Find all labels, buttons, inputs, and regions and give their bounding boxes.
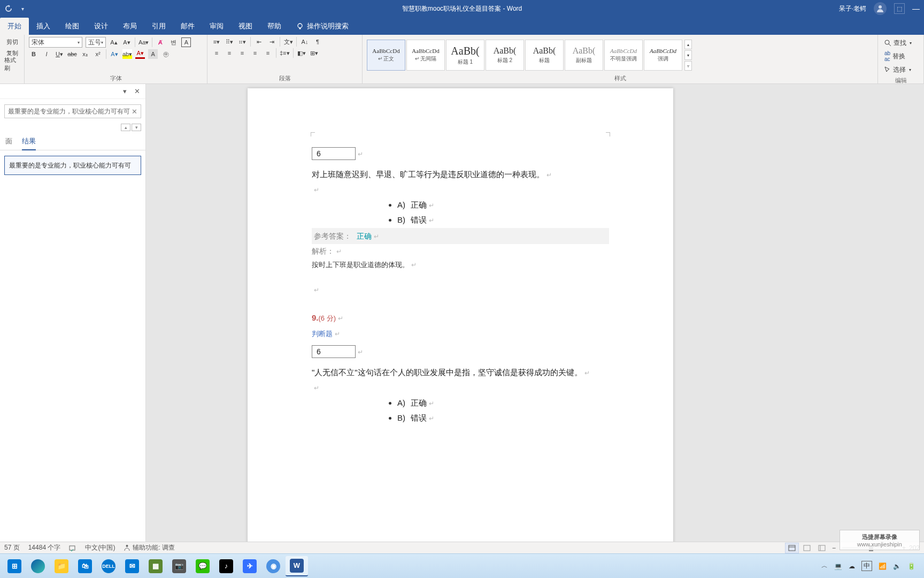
multilevel-button[interactable]: ⠶▾ — [237, 37, 247, 47]
navpane-options-icon[interactable]: ▾ — [123, 87, 127, 95]
read-mode-view[interactable] — [800, 543, 814, 553]
tab-review[interactable]: 审阅 — [202, 18, 231, 35]
search-result-item[interactable]: 最重要的是专业能力，职业核心能力可有可 — [4, 156, 141, 175]
tray-battery-icon[interactable]: 🔋 — [907, 562, 915, 570]
tray-volume-icon[interactable]: 🔈 — [893, 562, 901, 570]
style-emphasis[interactable]: AaBbCcDd强调 — [644, 40, 682, 71]
taskbar-edge[interactable] — [27, 556, 49, 576]
italic-button[interactable]: I — [42, 49, 51, 59]
align-center-button[interactable]: ≡ — [225, 48, 234, 58]
print-layout-view[interactable] — [785, 543, 799, 553]
tray-ime-indicator[interactable]: 中 — [861, 561, 872, 571]
scroll-up-icon[interactable]: ▴ — [684, 40, 692, 49]
increase-font-button[interactable]: A▴ — [109, 37, 119, 47]
asian-layout-button[interactable]: 文▾ — [283, 37, 293, 47]
subscript-button[interactable]: x₂ — [80, 49, 90, 59]
strikethrough-button[interactable]: abc — [67, 49, 77, 59]
tray-wifi-icon[interactable]: 📶 — [879, 562, 887, 570]
format-painter-button[interactable]: 格式刷 — [4, 59, 20, 69]
shading-button[interactable]: ◧▾ — [297, 48, 306, 58]
tab-insert[interactable]: 插入 — [29, 18, 58, 35]
web-layout-view[interactable] — [815, 543, 829, 553]
ribbon-display-options[interactable]: ⬚ — [894, 3, 905, 14]
style-subtitle[interactable]: AaBb(副标题 — [565, 40, 603, 71]
underline-button[interactable]: U▾ — [55, 49, 64, 59]
superscript-button[interactable]: x² — [93, 49, 103, 59]
font-color-button[interactable]: A▾ — [135, 49, 145, 59]
highlight-button[interactable]: ab▾ — [122, 49, 132, 59]
justify-button[interactable]: ≡ — [250, 48, 260, 58]
style-title[interactable]: AaBb(标题 — [525, 40, 564, 71]
tray-meeting-icon[interactable]: 💻 — [834, 562, 842, 570]
taskbar-tiktok[interactable]: ♪ — [215, 556, 237, 576]
distributed-button[interactable]: ≡ — [263, 48, 273, 58]
scroll-down-icon[interactable]: ▾ — [684, 50, 692, 60]
navtab-headings[interactable]: 面 — [5, 134, 12, 150]
style-normal[interactable]: AaBbCcDd↵ 正文 — [367, 40, 405, 71]
accessibility-status[interactable]: 辅助功能: 调查 — [124, 543, 175, 552]
replace-button[interactable]: abac替换 — [882, 50, 919, 62]
align-left-button[interactable]: ≡ — [212, 48, 221, 58]
zoom-out-button[interactable]: − — [832, 544, 836, 552]
bold-button[interactable]: B — [29, 49, 38, 59]
clear-formatting-button[interactable]: A̸ — [156, 37, 165, 47]
qat-dropdown-icon[interactable]: ▾ — [18, 4, 27, 13]
taskbar-dell[interactable]: DELL — [97, 556, 120, 576]
tab-design[interactable]: 设计 — [87, 18, 116, 35]
font-name-combobox[interactable]: 宋体▾ — [29, 37, 82, 48]
numbering-button[interactable]: ⠿▾ — [225, 37, 234, 47]
font-size-combobox[interactable]: 五号▾ — [86, 37, 106, 48]
taskbar-wechat[interactable]: 💬 — [191, 556, 214, 576]
clear-search-button[interactable]: ✕ — [132, 108, 137, 116]
tab-view[interactable]: 视图 — [231, 18, 260, 35]
style-heading1[interactable]: AaBb(标题 1 — [446, 40, 484, 71]
find-button[interactable]: 查找▾ — [882, 37, 919, 49]
select-button[interactable]: 选择▾ — [882, 64, 919, 75]
line-spacing-button[interactable]: ‡≡▾ — [280, 48, 290, 58]
tab-help[interactable]: 帮助 — [260, 18, 289, 35]
tab-home[interactable]: 开始 — [0, 18, 29, 35]
show-marks-button[interactable]: ¶ — [313, 37, 322, 47]
navtab-results[interactable]: 结果 — [22, 134, 36, 150]
autosave-icon[interactable] — [4, 4, 13, 13]
styles-scrollbar[interactable]: ▴▾▿ — [684, 40, 692, 71]
tell-me-search[interactable]: 操作说明搜索 — [289, 18, 356, 35]
taskbar-word[interactable]: W — [286, 556, 308, 576]
tab-references[interactable]: 引用 — [144, 18, 173, 35]
navpane-close-button[interactable]: ✕ — [134, 87, 140, 95]
spellcheck-icon[interactable] — [69, 544, 76, 552]
tray-chevron-up-icon[interactable]: ︿ — [821, 561, 828, 571]
user-avatar[interactable] — [874, 2, 887, 15]
style-subtle-emphasis[interactable]: AaBbCcDd不明显强调 — [604, 40, 643, 71]
taskbar-explorer[interactable]: 📁 — [50, 556, 73, 576]
document-page[interactable]: 6↵ 对上班随意迟到、早退、旷工等行为是违反职业道德的一种表现。↵ ↵ A)正确… — [248, 88, 673, 542]
style-nospacing[interactable]: AaBbCcDd↵ 无间隔 — [406, 40, 445, 71]
taskbar-mail[interactable]: ✉ — [121, 556, 143, 576]
decrease-indent-button[interactable]: ⇤ — [254, 37, 264, 47]
start-button[interactable]: ⊞ — [3, 556, 26, 576]
tab-mailings[interactable]: 邮件 — [173, 18, 202, 35]
borders-button[interactable]: ⊞▾ — [310, 48, 319, 58]
navpane-search-box[interactable]: 最重要的是专业能力，职业核心能力可有可 ✕ — [4, 104, 141, 118]
enclose-chars-button[interactable]: ㊥ — [161, 49, 171, 59]
style-heading2[interactable]: AaBb(标题 2 — [486, 40, 524, 71]
taskbar-feishu[interactable]: ✈ — [238, 556, 261, 576]
cut-button[interactable]: 剪切 — [4, 37, 20, 47]
taskbar-camera[interactable]: 📷 — [168, 556, 190, 576]
phonetic-guide-button[interactable]: 변 — [168, 37, 178, 47]
align-right-button[interactable]: ≡ — [237, 48, 247, 58]
bullets-button[interactable]: ≡▾ — [212, 37, 221, 47]
tray-onedrive-icon[interactable]: ☁ — [849, 562, 855, 570]
language-status[interactable]: 中文(中国) — [85, 543, 115, 552]
text-effects-button[interactable]: A▾ — [110, 49, 119, 59]
taskbar-qqbrowser[interactable]: ◉ — [262, 556, 284, 576]
character-shading-button[interactable]: A — [148, 49, 158, 59]
tab-layout[interactable]: 布局 — [116, 18, 144, 35]
decrease-font-button[interactable]: A▾ — [122, 37, 132, 47]
prev-result-button[interactable]: ▴ — [121, 124, 130, 131]
tab-draw[interactable]: 绘图 — [58, 18, 87, 35]
taskbar-store[interactable]: 🛍 — [74, 556, 96, 576]
minimize-button[interactable]: — — [912, 4, 920, 13]
taskbar-minecraft[interactable]: ▦ — [144, 556, 167, 576]
sort-button[interactable]: A↓ — [300, 37, 310, 47]
